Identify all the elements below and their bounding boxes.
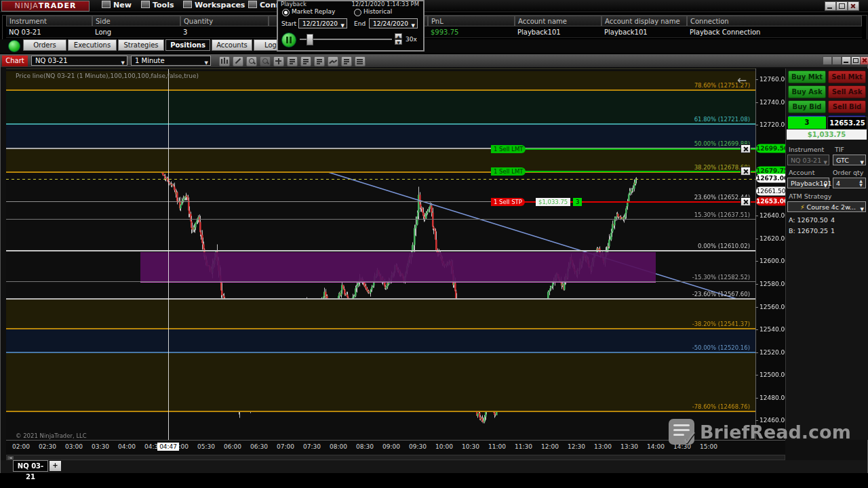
chart-minimize-button[interactable] (842, 56, 851, 65)
chart-restore-button[interactable] (851, 56, 861, 65)
window-maximize-button[interactable] (836, 1, 848, 11)
bottom-tab-instrument[interactable]: NQ 03-21 (13, 460, 48, 472)
menu-item-workspaces[interactable]: Workspaces (183, 0, 245, 11)
order-line-0[interactable] (491, 148, 755, 150)
workspaces-menu-icon (183, 1, 192, 8)
chevron-down-icon: ▼ (341, 21, 344, 30)
snapshot-icon[interactable] (300, 56, 311, 66)
buy-ask-button[interactable]: Buy Ask (788, 85, 826, 98)
order-qty-input[interactable]: 4▲▼ (833, 178, 866, 188)
scroll-left-icon[interactable]: ◄ (7, 456, 14, 460)
market-replay-radio[interactable] (282, 9, 290, 16)
connection-status-icon (8, 40, 20, 52)
objects-list-icon[interactable] (355, 56, 366, 66)
playback-dialog: Playback 12/21/2020 1:14:33 PM Market Re… (277, 0, 425, 52)
price-tick: 12620.00 (760, 235, 789, 242)
tab-orders[interactable]: Orders (23, 39, 66, 51)
bid-size: 1 (831, 227, 835, 235)
account-selector[interactable]: Playback101▼ (787, 178, 829, 188)
control-center-tabs: OrdersExecutionsStrategiesPositionsAccou… (0, 39, 868, 53)
buy-mkt-button[interactable]: Buy Mkt (788, 70, 826, 83)
chart-instrument-selector[interactable]: NQ 03-21▼ (31, 56, 127, 66)
market-replay-label: Market Replay (292, 8, 335, 15)
price-axis[interactable]: 12760.0012740.0012720.0012640.0012620.00… (755, 68, 786, 440)
account-label: Account (789, 169, 814, 176)
playback-speed: 30x (406, 36, 417, 43)
ask-price: 12670.50 (797, 216, 828, 224)
time-tick: 07:30 (303, 443, 321, 450)
playback-slider-track[interactable] (300, 39, 392, 40)
sell-stop-order-label[interactable]: 1 Sell STP (491, 198, 525, 206)
sell-ask-button[interactable]: Sell Ask (828, 85, 866, 98)
order-line-1[interactable] (491, 171, 755, 172)
pause-button[interactable] (281, 33, 296, 47)
order-line-2[interactable] (491, 201, 755, 203)
sell-limit-order-label[interactable]: 1 Sell LMT (491, 145, 526, 153)
tab-positions[interactable]: Positions (165, 39, 210, 51)
fib-label--15.30%: -15.30% (12582.52) (692, 274, 750, 281)
chart-tab-label: Chart (2, 56, 28, 66)
tab-accounts[interactable]: Accounts (212, 39, 252, 51)
menu-item-new[interactable]: New (102, 0, 132, 11)
table-cell-Side: Long (92, 27, 180, 38)
zoom-out-icon[interactable] (260, 56, 271, 66)
time-tick: 08:00 (330, 443, 347, 450)
chart-style-icon[interactable] (219, 56, 230, 66)
table-cell-Connection: Playback Connection (687, 27, 862, 38)
alerts-icon[interactable] (314, 56, 325, 66)
crosshair-icon[interactable] (273, 56, 284, 66)
tab-strategies[interactable]: Strategies (118, 39, 164, 51)
column-header-Account display name[interactable]: Account display name (601, 16, 687, 26)
jump-to-latest-icon[interactable]: ← (737, 73, 747, 87)
series-label: Price line(NQ 03-21 (1 Minute),100,100,1… (16, 73, 199, 79)
zoom-in-icon[interactable] (246, 56, 257, 66)
time-tick: 11:00 (488, 443, 506, 450)
speed-up-icon[interactable]: ▲ (395, 33, 402, 39)
column-header-Connection[interactable]: Connection (687, 16, 862, 26)
position-qty-cell: 3 (788, 117, 826, 129)
bid-row: B: 12670.251 (789, 227, 828, 235)
chart-interval-selector[interactable]: 1 Minute▼ (131, 56, 211, 66)
chart-close-button[interactable] (860, 56, 868, 65)
end-label: End (354, 20, 366, 27)
column-header-Instrument[interactable]: Instrument (6, 16, 92, 26)
data-grid-icon[interactable] (287, 56, 298, 66)
window-minimize-button[interactable] (825, 1, 836, 11)
speed-down-icon[interactable]: ▼ (395, 39, 402, 45)
tab-executions[interactable]: Executions (68, 39, 117, 51)
chart-scrollbar[interactable]: ◄ (6, 455, 785, 460)
qty-spinner-icon[interactable]: ▲▼ (858, 179, 864, 187)
playback-slider-handle[interactable] (307, 34, 313, 45)
column-header-PnL[interactable]: PnL (428, 16, 515, 26)
sell-mkt-button[interactable]: Sell Mkt (828, 70, 866, 83)
indicators-icon[interactable] (328, 56, 338, 66)
buy-bid-button[interactable]: Buy Bid (788, 100, 826, 113)
atm-strategy-selector[interactable]: ⚡ Course 4c 2w...▼ (787, 201, 866, 212)
add-tab-button[interactable]: + (50, 461, 61, 471)
properties-icon[interactable] (341, 56, 352, 66)
cancel-order-icon[interactable] (741, 167, 751, 176)
chart-plot-area[interactable]: 78.60% (12751.27)61.80% (12721.08)50.00%… (6, 68, 755, 441)
column-header-Account name[interactable]: Account name (515, 16, 601, 26)
fib-band-4 (6, 299, 755, 329)
column-header-Side[interactable]: Side (92, 16, 180, 26)
end-date-selector[interactable]: 12/24/2020▼ (369, 18, 418, 28)
sell-limit-order-label[interactable]: 1 Sell LMT (491, 167, 526, 176)
start-date-selector[interactable]: 12/21/2020▼ (298, 18, 347, 28)
sell-bid-button[interactable]: Sell Bid (828, 100, 866, 113)
time-tick: 03:00 (65, 443, 83, 450)
column-header-Quantity[interactable]: Quantity (180, 16, 269, 26)
tif-selector[interactable]: GTC▼ (833, 155, 866, 165)
window-close-button[interactable] (848, 1, 859, 11)
ask-row: A: 12670.504 (789, 216, 828, 224)
unrealized-pnl: $1,033.75 (787, 129, 867, 140)
menu-item-tools[interactable]: Tools (141, 0, 174, 11)
price-tick: 12540.00 (760, 326, 789, 333)
fib-label--38.20%: -38.20% (12541.37) (692, 321, 750, 327)
historical-radio[interactable] (354, 9, 361, 16)
cancel-order-icon[interactable] (741, 144, 751, 153)
new-menu-icon (102, 1, 111, 8)
drawing-tools-icon[interactable] (233, 56, 243, 66)
chart-button-disabled-1 (823, 56, 832, 65)
cancel-order-icon[interactable] (741, 197, 751, 206)
